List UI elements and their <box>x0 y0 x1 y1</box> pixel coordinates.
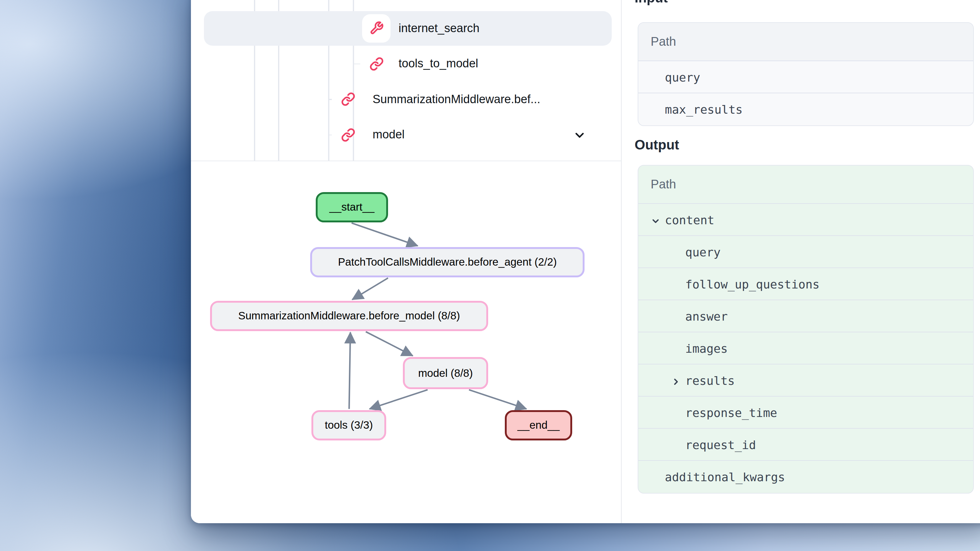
input-path-column-header: Path <box>638 23 973 61</box>
graph-edges <box>191 161 622 523</box>
trace-panel: internet_searchtools_to_modelSummarizati… <box>191 0 622 523</box>
graph-node-label: SummarizationMiddleware.before_model (8/… <box>238 310 460 322</box>
output-path-row[interactable]: request_id <box>638 429 973 461</box>
output-path-row[interactable]: content <box>638 204 973 236</box>
output-path-row[interactable]: follow_up_questions <box>638 268 973 300</box>
path-label: max_results <box>665 103 743 116</box>
link-icon <box>341 92 355 106</box>
graph-node-label: __end__ <box>517 419 560 432</box>
path-label: content <box>665 213 714 226</box>
output-path-row[interactable]: images <box>638 332 973 364</box>
chevron-down-icon[interactable] <box>573 128 586 142</box>
path-label: response_time <box>685 405 777 419</box>
path-label: follow_up_questions <box>685 277 820 291</box>
tree-item-internet_search[interactable]: internet_search <box>191 11 621 46</box>
input-path-row[interactable]: query <box>638 61 973 93</box>
chevron-right-icon[interactable] <box>671 375 681 385</box>
path-label: query <box>665 70 700 84</box>
desktop-wallpaper: internet_searchtools_to_modelSummarizati… <box>0 0 980 551</box>
output-path-row[interactable]: answer <box>638 300 973 332</box>
path-label: results <box>685 373 735 387</box>
input-path-table: Pathquerymax_results <box>638 22 974 126</box>
output-path-table: Pathcontentqueryfollow_up_questionsanswe… <box>638 165 974 494</box>
link-icon <box>341 128 355 142</box>
graph-node-label: model (8/8) <box>418 367 473 380</box>
tool-icon-frame <box>362 14 391 43</box>
path-label: request_id <box>685 438 756 451</box>
tree-item-label: SummarizationMiddleware.bef... <box>372 93 540 106</box>
output-heading: Output <box>635 137 679 153</box>
input-heading: Input <box>635 0 668 6</box>
wrench-icon <box>369 21 383 35</box>
tree-item-tools_to_model[interactable]: tools_to_model <box>191 46 621 81</box>
input-path-row[interactable]: max_results <box>638 93 973 125</box>
chevron-down-icon[interactable] <box>651 214 660 224</box>
graph-node-label: PatchToolCallsMiddleware.before_agent (2… <box>338 256 557 269</box>
output-path-row[interactable]: query <box>638 236 973 268</box>
path-label: query <box>685 245 721 259</box>
output-path-row[interactable]: response_time <box>638 397 973 429</box>
output-path-column-header: Path <box>638 165 973 204</box>
path-label: answer <box>685 309 728 323</box>
tree-item-model[interactable]: model <box>191 117 621 152</box>
graph-node-patch[interactable]: PatchToolCallsMiddleware.before_agent (2… <box>310 247 585 277</box>
graph-canvas: __start__PatchToolCallsMiddleware.before… <box>191 161 621 523</box>
graph-node-model[interactable]: model (8/8) <box>403 357 488 389</box>
graph-node-label: __start__ <box>329 201 374 214</box>
output-path-row[interactable]: additional_kwargs <box>638 461 973 493</box>
tree-item-label: internet_search <box>399 22 479 35</box>
path-label: images <box>685 341 728 355</box>
run-tree: internet_searchtools_to_modelSummarizati… <box>191 0 621 160</box>
graph-node-tools[interactable]: tools (3/3) <box>312 410 386 440</box>
graph-node-end[interactable]: __end__ <box>505 410 572 440</box>
graph-node-start[interactable]: __start__ <box>316 192 388 222</box>
tree-item-summarization[interactable]: SummarizationMiddleware.bef... <box>191 81 621 117</box>
link-icon <box>369 57 383 71</box>
graph-node-summ[interactable]: SummarizationMiddleware.before_model (8/… <box>210 301 488 331</box>
trace-window: internet_searchtools_to_modelSummarizati… <box>191 0 980 523</box>
io-inspector: Input Pathquerymax_results Output Pathco… <box>622 0 980 523</box>
path-label: additional_kwargs <box>665 470 785 484</box>
output-path-row[interactable]: results <box>638 364 973 397</box>
graph-node-label: tools (3/3) <box>325 419 373 432</box>
tree-item-label: tools_to_model <box>399 57 478 71</box>
tree-item-highlight <box>204 118 612 152</box>
tree-item-label: model <box>372 128 405 142</box>
